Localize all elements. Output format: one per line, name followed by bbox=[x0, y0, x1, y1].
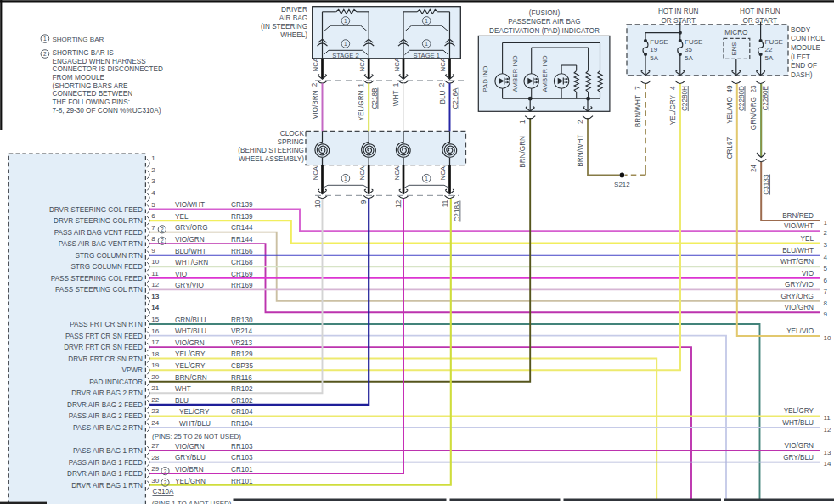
svg-text:CR139: CR139 bbox=[231, 201, 253, 209]
svg-text:1: 1 bbox=[358, 82, 365, 87]
svg-text:FROM MODULE: FROM MODULE bbox=[53, 74, 105, 81]
svg-text:1: 1 bbox=[425, 18, 428, 24]
svg-text:PASS AIR BAG 1 FEED: PASS AIR BAG 1 FEED bbox=[69, 459, 143, 467]
svg-text:ENS: ENS bbox=[730, 42, 738, 56]
svg-text:11: 11 bbox=[824, 414, 831, 422]
svg-text:YEL/GRY: YEL/GRY bbox=[669, 94, 677, 125]
svg-text:24: 24 bbox=[750, 165, 758, 173]
svg-text:ENGAGED WHEN HARNESS: ENGAGED WHEN HARNESS bbox=[53, 58, 147, 65]
svg-text:VIO/BRN: VIO/BRN bbox=[312, 90, 319, 119]
svg-text:YEL/GRY: YEL/GRY bbox=[175, 362, 206, 370]
svg-text:9: 9 bbox=[824, 311, 828, 318]
svg-text:PAD INDICATOR: PAD INDICATOR bbox=[89, 378, 143, 386]
svg-text:(PINS: 25 TO 26 NOT USED): (PINS: 25 TO 26 NOT USED) bbox=[152, 433, 241, 440]
svg-text:PASS AIR BAG 2 RTN: PASS AIR BAG 2 RTN bbox=[73, 424, 143, 432]
svg-text:CLOCK: CLOCK bbox=[280, 130, 305, 137]
svg-text:GRY/ORG: GRY/ORG bbox=[780, 293, 814, 300]
svg-text:NCA: NCA bbox=[393, 165, 401, 180]
svg-text:PASS AIR BAG 1 RTN: PASS AIR BAG 1 RTN bbox=[73, 447, 143, 455]
svg-text:2: 2 bbox=[824, 229, 828, 237]
svg-text:GRY/VIO: GRY/VIO bbox=[785, 281, 814, 288]
svg-text:DEACTIVATION (PAD) INDICATOR: DEACTIVATION (PAD) INDICATOR bbox=[489, 27, 600, 35]
svg-text:2: 2 bbox=[43, 51, 47, 57]
svg-text:1: 1 bbox=[519, 120, 527, 124]
svg-text:30: 30 bbox=[151, 477, 159, 484]
svg-text:5A: 5A bbox=[685, 54, 693, 62]
svg-text:DRVR STEERING COL FEED: DRVR STEERING COL FEED bbox=[49, 206, 143, 214]
svg-text:RR129: RR129 bbox=[231, 350, 253, 358]
svg-text:(IN STEERING: (IN STEERING bbox=[261, 23, 307, 31]
svg-text:OR START: OR START bbox=[661, 17, 696, 25]
svg-text:GRY/VIO: GRY/VIO bbox=[175, 282, 204, 289]
svg-text:NCA: NCA bbox=[358, 57, 366, 71]
svg-text:DASH): DASH) bbox=[791, 71, 813, 79]
svg-text:STAGE 1: STAGE 1 bbox=[413, 52, 440, 59]
svg-text:C2280H: C2280H bbox=[681, 86, 689, 111]
svg-text:C310A: C310A bbox=[153, 488, 175, 496]
svg-text:19: 19 bbox=[151, 361, 159, 369]
svg-text:18: 18 bbox=[151, 350, 159, 358]
svg-text:CR144: CR144 bbox=[231, 224, 253, 232]
svg-text:FUSE: FUSE bbox=[685, 38, 702, 46]
svg-text:WHT/BLU: WHT/BLU bbox=[175, 328, 206, 335]
svg-text:YEL/VIO: YEL/VIO bbox=[786, 328, 814, 335]
svg-text:NCA: NCA bbox=[312, 57, 319, 71]
svg-text:7-8, 29-30 OF CONN %%UC310A): 7-8, 29-30 OF CONN %%UC310A) bbox=[53, 107, 161, 115]
svg-text:1: 1 bbox=[344, 41, 347, 47]
svg-text:BRN/RED: BRN/RED bbox=[782, 212, 814, 220]
svg-text:GRY/BLU: GRY/BLU bbox=[783, 454, 814, 462]
svg-text:CR104: CR104 bbox=[231, 408, 253, 416]
svg-text:WHT/GRN: WHT/GRN bbox=[175, 259, 208, 266]
svg-text:8: 8 bbox=[151, 235, 155, 243]
svg-text:PASS FRT CR SN FEED: PASS FRT CR SN FEED bbox=[65, 333, 143, 340]
svg-text:1: 1 bbox=[425, 41, 428, 47]
svg-text:49: 49 bbox=[726, 85, 734, 93]
svg-text:DRVR AIR BAG 2 RTN: DRVR AIR BAG 2 RTN bbox=[71, 389, 143, 397]
svg-text:5A: 5A bbox=[765, 54, 774, 62]
svg-text:23: 23 bbox=[750, 85, 758, 93]
svg-text:FUSE: FUSE bbox=[650, 38, 668, 46]
svg-text:OR START: OR START bbox=[742, 17, 777, 25]
svg-text:YEL/GRN: YEL/GRN bbox=[358, 90, 365, 120]
svg-text:BLU: BLU bbox=[175, 397, 189, 405]
svg-text:C218B: C218B bbox=[371, 87, 379, 109]
svg-text:YEL: YEL bbox=[801, 235, 814, 243]
svg-text:14: 14 bbox=[824, 460, 831, 468]
svg-text:3: 3 bbox=[824, 241, 828, 249]
svg-text:PASS AIR BAG 2 FEED: PASS AIR BAG 2 FEED bbox=[69, 412, 143, 420]
svg-text:C216A: C216A bbox=[452, 87, 459, 109]
svg-text:HOT IN RUN: HOT IN RUN bbox=[658, 8, 699, 15]
svg-text:3: 3 bbox=[151, 177, 155, 185]
svg-text:GRN/BLU: GRN/BLU bbox=[175, 316, 206, 324]
svg-text:VIO: VIO bbox=[802, 270, 814, 277]
svg-text:2: 2 bbox=[164, 468, 167, 474]
svg-text:C2280E: C2280E bbox=[762, 85, 769, 110]
svg-text:PASS AIR BAG VENT FEED: PASS AIR BAG VENT FEED bbox=[54, 229, 143, 237]
svg-text:BLU/WHT: BLU/WHT bbox=[782, 247, 814, 255]
svg-text:RR169: RR169 bbox=[231, 282, 253, 289]
svg-text:VIO: VIO bbox=[175, 271, 187, 278]
svg-text:CR167: CR167 bbox=[726, 137, 734, 160]
svg-text:6: 6 bbox=[151, 212, 155, 220]
svg-text:WHEEL ASSEMBLY): WHEEL ASSEMBLY) bbox=[239, 155, 304, 163]
svg-text:CR101: CR101 bbox=[231, 466, 253, 473]
svg-text:RR130: RR130 bbox=[231, 316, 253, 324]
svg-text:C218A: C218A bbox=[454, 200, 461, 222]
svg-text:CR168: CR168 bbox=[231, 259, 253, 266]
svg-text:15: 15 bbox=[151, 316, 159, 323]
svg-text:PASS AIR BAG VENT RTN: PASS AIR BAG VENT RTN bbox=[59, 240, 143, 248]
svg-text:YEL/VIO: YEL/VIO bbox=[726, 97, 734, 124]
svg-text:12: 12 bbox=[824, 426, 831, 434]
svg-text:YEL/GRY: YEL/GRY bbox=[784, 407, 814, 415]
svg-text:VIO/GRN: VIO/GRN bbox=[175, 339, 205, 347]
svg-text:RR104: RR104 bbox=[231, 420, 253, 428]
svg-text:DRVR AIR BAG 1 RTN: DRVR AIR BAG 1 RTN bbox=[71, 482, 143, 490]
svg-text:YEL: YEL bbox=[175, 213, 189, 221]
svg-text:7: 7 bbox=[824, 288, 828, 295]
svg-text:VIO/GRN: VIO/GRN bbox=[784, 442, 814, 450]
svg-text:8: 8 bbox=[824, 300, 828, 307]
svg-text:CONNECTOR IS DISCONNECTED: CONNECTOR IS DISCONNECTED bbox=[53, 65, 163, 73]
svg-text:RR103: RR103 bbox=[231, 443, 253, 451]
svg-text:CR103: CR103 bbox=[231, 454, 253, 462]
svg-text:BRN/GRN: BRN/GRN bbox=[519, 136, 527, 168]
